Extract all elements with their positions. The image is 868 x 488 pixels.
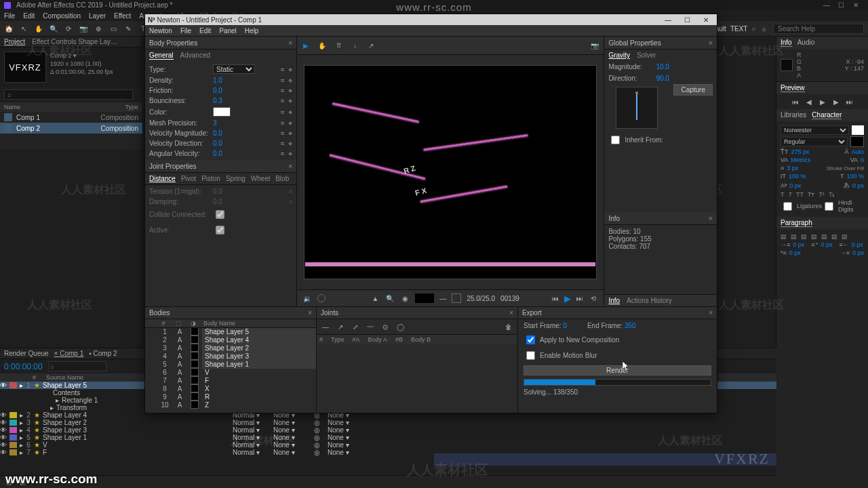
body-row[interactable]: 9AR xyxy=(145,393,316,401)
allcaps-icon[interactable]: TT xyxy=(796,191,804,198)
view-icon[interactable]: ◉ xyxy=(400,293,410,303)
stroke-style[interactable]: Stroke Over Fill xyxy=(827,165,864,171)
tab-solver[interactable]: Solver xyxy=(637,52,656,59)
leading[interactable]: Auto xyxy=(851,148,864,155)
tab-info2[interactable]: Info xyxy=(608,297,620,304)
pan-behind-icon[interactable]: ⊕ xyxy=(94,24,103,33)
motion-blur-check[interactable] xyxy=(526,351,535,360)
align-center-icon[interactable]: ▤ xyxy=(791,233,797,240)
project-search[interactable] xyxy=(4,89,133,100)
stroke-width[interactable]: 3 px xyxy=(787,165,798,171)
direction-value[interactable]: 90.0 xyxy=(656,75,669,82)
simulation-canvas[interactable]: R Z F X xyxy=(304,65,597,279)
subscript-icon[interactable]: T₁ xyxy=(829,191,835,198)
apply-new-comp-check[interactable] xyxy=(526,336,535,344)
body-row[interactable]: 4AShape Layer 3 xyxy=(145,352,316,361)
inherit-check[interactable] xyxy=(611,136,620,144)
nw-menu-help[interactable]: Help xyxy=(245,27,259,35)
style-select[interactable]: Regular xyxy=(781,137,848,146)
loop-icon[interactable]: ⟲ xyxy=(589,293,598,303)
joint-tab-blob[interactable]: Blob xyxy=(275,175,289,182)
joint-tool6-icon[interactable]: ◯ xyxy=(395,322,405,331)
start-frame[interactable]: 0 xyxy=(563,322,567,329)
gravity-down-icon[interactable]: ↓ xyxy=(350,41,359,50)
body-row[interactable]: 10AZ xyxy=(145,401,316,409)
tab-project[interactable]: Project xyxy=(4,38,25,45)
tab-effect-controls[interactable]: Effect Controls Shape Layer 5 xyxy=(32,38,120,45)
col-type[interactable]: Type xyxy=(125,104,138,110)
close-icon[interactable]: × xyxy=(709,309,713,317)
close-icon[interactable]: × xyxy=(308,309,312,317)
search-help-input[interactable] xyxy=(773,24,864,34)
tab-comp1[interactable]: × Comp 1 xyxy=(54,350,84,357)
superscript-icon[interactable]: T¹ xyxy=(819,191,825,198)
joint-tab-piston[interactable]: Piston xyxy=(201,175,220,182)
nw-menu-panel[interactable]: Panel xyxy=(219,27,237,35)
render-button[interactable]: Render xyxy=(524,365,711,375)
tab-comp2[interactable]: ▪ Comp 2 xyxy=(89,350,117,357)
tab-info[interactable]: Info xyxy=(781,39,792,47)
baseline-shift[interactable]: 0 px xyxy=(789,182,801,189)
tab-render-queue[interactable]: Render Queue xyxy=(4,350,49,357)
rotate-tool-icon[interactable]: ⟳ xyxy=(64,24,73,33)
close-icon[interactable]: × xyxy=(288,162,292,170)
menu-file[interactable]: File xyxy=(4,12,15,20)
col-source-name[interactable]: Source Name xyxy=(43,374,134,381)
hand-tool-icon[interactable]: ✋ xyxy=(34,24,43,33)
h-scale[interactable]: 100 % xyxy=(846,173,864,180)
stroke-swatch[interactable] xyxy=(850,136,864,147)
end-frame[interactable]: 350 xyxy=(625,322,636,329)
newton-titlebar[interactable]: N² Newton - Untitled Project - Comp 1 —☐… xyxy=(145,14,717,25)
trash-icon[interactable]: 🗑 xyxy=(504,322,513,331)
prev-frame-icon[interactable]: ◀ xyxy=(804,97,814,106)
tab-actions-history[interactable]: Actions History xyxy=(627,297,672,304)
magnitude-value[interactable]: 10.0 xyxy=(656,63,669,70)
hand-icon[interactable]: ✋ xyxy=(317,41,327,50)
window-buttons[interactable]: —☐✕ xyxy=(819,1,864,9)
col-name[interactable]: Name xyxy=(4,104,20,110)
justify-all-icon[interactable]: ▤ xyxy=(842,233,848,240)
hindi-check[interactable] xyxy=(825,202,833,211)
joint-tab-wheel[interactable]: Wheel xyxy=(251,175,270,182)
justify-left-icon[interactable]: ▤ xyxy=(811,233,817,240)
layer-row[interactable]: 👁▸4★Shape Layer 3Normal ▾None ▾◎None ▾ xyxy=(0,426,776,434)
joint-tab-spring[interactable]: Spring xyxy=(226,175,245,182)
slider-knob[interactable] xyxy=(317,294,326,302)
nw-close-icon[interactable]: ✕ xyxy=(698,16,714,24)
volume-icon[interactable]: 🔉 xyxy=(302,293,312,303)
body-row[interactable]: 3AShape Layer 2 xyxy=(145,344,316,352)
play-icon[interactable]: ▶ xyxy=(818,97,827,106)
fill-swatch[interactable] xyxy=(852,125,864,135)
body-row[interactable]: 1AShape Layer 5 xyxy=(145,328,316,336)
first-frame-icon[interactable]: ⏮ xyxy=(551,293,560,303)
capture-button[interactable]: Capture xyxy=(673,84,713,96)
faux-bold-icon[interactable]: T xyxy=(781,191,785,198)
home-icon[interactable]: 🏠 xyxy=(4,24,14,33)
menu-layer[interactable]: Layer xyxy=(89,12,106,20)
tab-general[interactable]: General xyxy=(149,52,174,60)
align-left-icon[interactable]: ▤ xyxy=(781,233,787,240)
last-frame-icon[interactable]: ⏭ xyxy=(845,97,854,106)
bg-swatch[interactable] xyxy=(415,293,434,303)
next-frame-icon[interactable]: ⏭ xyxy=(575,293,585,303)
font-select[interactable]: Norwester xyxy=(781,125,849,135)
menu-effect[interactable]: Effect xyxy=(114,12,131,20)
close-icon[interactable]: × xyxy=(709,39,713,47)
magnify-icon[interactable]: 🔍 xyxy=(385,293,395,303)
layer-row[interactable]: 👁▸6★VNormal ▾None ▾◎None ▾ xyxy=(0,441,776,449)
type-select[interactable]: Static xyxy=(213,64,255,74)
ligatures-check[interactable] xyxy=(783,202,792,211)
joint-tool2-icon[interactable]: ↗ xyxy=(336,322,345,331)
close-icon[interactable]: × xyxy=(509,309,513,317)
body-row[interactable]: 8AX xyxy=(145,385,316,393)
camera-tool-icon[interactable]: 📷 xyxy=(79,24,88,33)
tsume[interactable]: 0 px xyxy=(852,182,864,189)
checkbox[interactable] xyxy=(452,293,461,303)
nw-maximize-icon[interactable]: ☐ xyxy=(679,16,695,24)
first-frame-icon[interactable]: ⏮ xyxy=(791,97,800,106)
close-icon[interactable]: × xyxy=(288,39,292,47)
smallcaps-icon[interactable]: Tᴛ xyxy=(808,191,815,198)
body-row[interactable]: 5AShape Layer 1 xyxy=(145,361,316,369)
kerning[interactable]: Metrics xyxy=(791,157,818,163)
tracking[interactable]: 0 xyxy=(861,157,864,163)
